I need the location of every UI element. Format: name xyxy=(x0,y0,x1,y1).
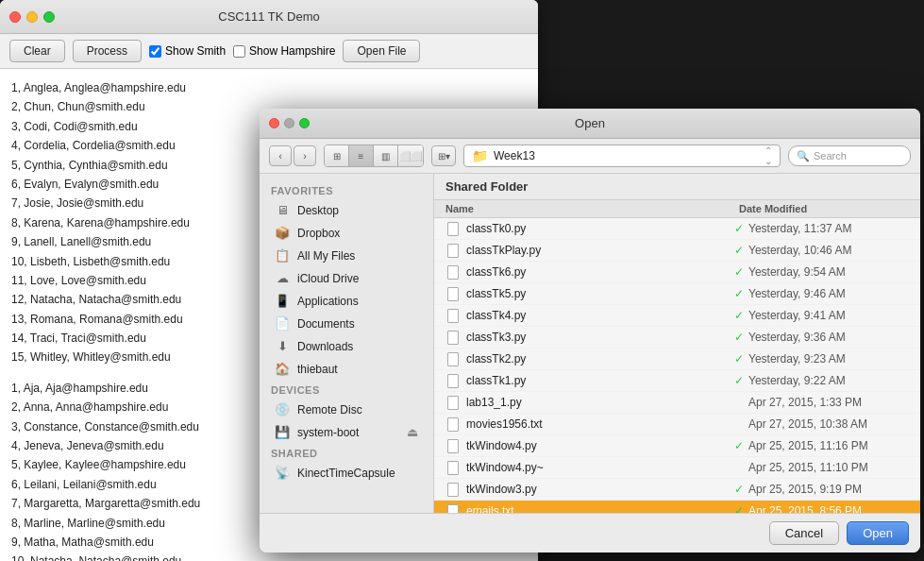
view-buttons: ⊞ ≡ ▥ ⬜⬜ xyxy=(324,144,424,167)
file-date: Yesterday, 9:23 AM xyxy=(748,352,909,366)
sidebar-item-icloud-drive[interactable]: ☁ iCloud Drive xyxy=(263,267,429,289)
file-status: ✓ xyxy=(730,439,748,452)
file-date: Yesterday, 9:54 AM xyxy=(748,265,909,279)
dialog-minimize-button[interactable] xyxy=(284,118,294,128)
cancel-button[interactable]: Cancel xyxy=(769,521,839,545)
file-date: Yesterday, 9:36 AM xyxy=(748,331,909,344)
show-smith-checkbox-label[interactable]: Show Smith xyxy=(149,44,226,58)
table-row[interactable]: lab13_1.pyApr 27, 2015, 1:33 PM xyxy=(434,392,920,414)
table-row[interactable]: classTk2.py✓Yesterday, 9:23 AM xyxy=(434,348,920,370)
dialog-body: Favorites 🖥 Desktop 📦 Dropbox 📋 All My F… xyxy=(260,174,920,513)
col-name-header: Name xyxy=(445,203,739,214)
folder-title: Shared Folder xyxy=(434,174,920,200)
search-box[interactable]: 🔍 Search xyxy=(788,145,911,166)
file-date: Apr 25, 2015, 8:56 PM xyxy=(748,504,909,513)
table-row[interactable]: classTkPlay.py✓Yesterday, 10:46 AM xyxy=(434,240,920,262)
file-name: classTk2.py xyxy=(466,352,730,366)
table-row[interactable]: emails.txt✓Apr 25, 2015, 8:56 PM xyxy=(434,501,920,513)
dialog-nav-bar: ‹ › ⊞ ≡ ▥ ⬜⬜ ⊞▾ 📁 Week13 ⌃⌄ 🔍 Search xyxy=(260,139,920,174)
file-date: Yesterday, 9:22 AM xyxy=(748,374,909,387)
list-item: 10, Natacha, Natacha@smith.edu xyxy=(11,552,527,561)
file-icon xyxy=(445,503,461,513)
file-date: Apr 27, 2015, 1:33 PM xyxy=(748,396,909,409)
file-date: Yesterday, 11:37 AM xyxy=(748,222,909,235)
sidebar-item-thiebaut[interactable]: 🏠 thiebaut xyxy=(263,358,429,380)
sidebar-favorites: 🖥 Desktop 📦 Dropbox 📋 All My Files ☁ iCl… xyxy=(260,199,433,380)
sidebar-item-dropbox[interactable]: 📦 Dropbox xyxy=(263,222,429,244)
file-name: tkWindow4.py~ xyxy=(466,461,730,474)
shared-section-title: Shared xyxy=(260,444,433,461)
file-name: movies1956.txt xyxy=(466,417,730,431)
show-hampshire-label: Show Hampshire xyxy=(249,44,335,58)
clear-button[interactable]: Clear xyxy=(9,40,65,62)
folder-icon: 📁 xyxy=(472,148,488,163)
column-view-button[interactable]: ▥ xyxy=(374,145,398,166)
table-row[interactable]: classTk6.py✓Yesterday, 9:54 AM xyxy=(434,262,920,283)
file-status: ✓ xyxy=(730,287,748,300)
sidebar-item-applications[interactable]: 📱 Applications xyxy=(263,290,429,312)
open-dialog: Open ‹ › ⊞ ≡ ▥ ⬜⬜ ⊞▾ 📁 Week13 ⌃⌄ 🔍 Searc… xyxy=(260,109,920,552)
table-row[interactable]: classTk5.py✓Yesterday, 9:46 AM xyxy=(434,283,920,305)
show-hampshire-checkbox[interactable] xyxy=(233,45,245,58)
sidebar-item-all-my-files[interactable]: 📋 All My Files xyxy=(263,245,429,266)
maximize-button[interactable] xyxy=(43,11,55,23)
sidebar-icon-system-boot: 💾 xyxy=(275,425,290,439)
file-status: ✓ xyxy=(730,483,748,496)
sidebar-label-kinect-time-capsule: KinectTimeCapsule xyxy=(297,467,395,480)
sidebar-item-kinect-time-capsule[interactable]: 📡 KinectTimeCapsule xyxy=(263,462,429,484)
open-file-button[interactable]: Open File xyxy=(343,40,420,62)
file-name: tkWindow4.py xyxy=(466,439,730,452)
sidebar-item-downloads[interactable]: ⬇ Downloads xyxy=(263,335,429,357)
dialog-footer: Cancel Open xyxy=(260,513,920,552)
show-smith-checkbox[interactable] xyxy=(149,45,161,58)
minimize-button[interactable] xyxy=(26,11,38,23)
sidebar-label-thiebaut: thiebaut xyxy=(297,363,338,376)
sidebar-item-system-boot[interactable]: 💾 system-boot ⏏ xyxy=(263,421,429,443)
show-hampshire-checkbox-label[interactable]: Show Hampshire xyxy=(233,44,335,58)
file-name: classTk6.py xyxy=(466,265,730,279)
arrangement-button[interactable]: ⊞▾ xyxy=(431,145,456,166)
table-row[interactable]: tkWindow4.py~Apr 25, 2015, 11:10 PM xyxy=(434,457,920,479)
eject-icon[interactable]: ⏏ xyxy=(407,425,418,439)
process-button[interactable]: Process xyxy=(73,40,142,62)
table-row[interactable]: classTk3.py✓Yesterday, 9:36 AM xyxy=(434,327,920,348)
open-button[interactable]: Open xyxy=(847,521,909,545)
file-icon xyxy=(445,416,461,432)
file-icon xyxy=(445,482,461,497)
table-row[interactable]: classTk0.py✓Yesterday, 11:37 AM xyxy=(434,218,920,240)
table-row[interactable]: classTk1.py✓Yesterday, 9:22 AM xyxy=(434,370,920,392)
sidebar-label-desktop: Desktop xyxy=(297,204,339,217)
list-view-button[interactable]: ≡ xyxy=(349,145,374,166)
icon-view-button[interactable]: ⊞ xyxy=(325,145,349,166)
table-row[interactable]: movies1956.txtApr 27, 2015, 10:38 AM xyxy=(434,414,920,435)
coverflow-view-button[interactable]: ⬜⬜ xyxy=(398,145,423,166)
file-icon xyxy=(445,438,461,453)
sidebar-label-icloud-drive: iCloud Drive xyxy=(297,272,359,285)
sidebar-icon-all-my-files: 📋 xyxy=(275,248,290,263)
table-row[interactable]: classTk4.py✓Yesterday, 9:41 AM xyxy=(434,305,920,327)
table-row[interactable]: tkWindow4.py✓Apr 25, 2015, 11:16 PM xyxy=(434,435,920,457)
dialog-title-bar: Open xyxy=(260,109,920,139)
dialog-zoom-button[interactable] xyxy=(299,118,310,128)
sidebar-icon-applications: 📱 xyxy=(275,294,290,308)
sidebar-item-remote-disc[interactable]: 💿 Remote Disc xyxy=(263,399,429,420)
file-table-header: Name Date Modified xyxy=(434,200,920,218)
file-icon xyxy=(445,330,461,345)
table-row[interactable]: tkWindow3.py✓Apr 25, 2015, 9:19 PM xyxy=(434,479,920,501)
devices-section-title: Devices xyxy=(260,381,433,398)
close-button[interactable] xyxy=(9,11,21,23)
file-icon xyxy=(445,460,461,475)
back-button[interactable]: ‹ xyxy=(269,145,292,166)
file-date: Yesterday, 9:46 AM xyxy=(748,287,909,300)
sidebar-label-applications: Applications xyxy=(297,295,359,308)
search-placeholder: Search xyxy=(814,150,847,162)
sidebar-icon-dropbox: 📦 xyxy=(275,226,290,240)
sidebar-item-documents[interactable]: 📄 Documents xyxy=(263,313,429,334)
forward-button[interactable]: › xyxy=(294,145,316,166)
toolbar: Clear Process Show Smith Show Hampshire … xyxy=(0,34,538,69)
file-icon xyxy=(445,286,461,301)
location-selector[interactable]: 📁 Week13 ⌃⌄ xyxy=(463,144,781,167)
sidebar-item-desktop[interactable]: 🖥 Desktop xyxy=(263,199,429,221)
dialog-close-button[interactable] xyxy=(269,118,279,128)
sidebar-icon-icloud-drive: ☁ xyxy=(275,271,290,285)
